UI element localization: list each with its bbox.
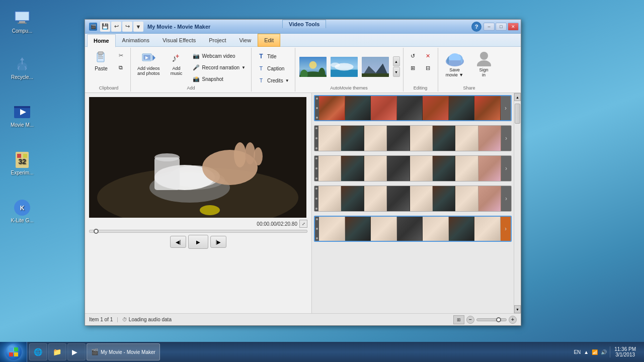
time-text: 00:00.00/02:20.80	[257, 221, 297, 227]
stabilize-button[interactable]: ⊟	[422, 62, 435, 73]
tray-arrow[interactable]: ▲	[584, 349, 589, 355]
copy-button[interactable]: ⧉	[114, 62, 127, 73]
status-bar: Item 1 of 1 | ⏱ Loading audio data ⊞ − +	[85, 313, 521, 325]
taskbar-items: 🌐 📁 ▶ 🎬 My Movie - Movie Maker	[27, 342, 570, 362]
prev-frame-button[interactable]: ◀|	[170, 236, 186, 248]
theme-contemporary[interactable]	[298, 56, 328, 78]
remove-button[interactable]: ✕	[422, 50, 435, 61]
help-button[interactable]: ?	[471, 22, 481, 32]
desktop-icon-movie[interactable]: Movie M...	[7, 103, 37, 128]
taskbar-ie[interactable]: 🌐	[29, 343, 47, 360]
clip-arrow-5[interactable]: ›	[501, 217, 511, 241]
recycle-icon	[13, 55, 31, 73]
svg-marker-20	[152, 55, 155, 61]
paste-button[interactable]: Paste	[90, 49, 112, 73]
add-videos-button[interactable]: Add videosand photos	[134, 49, 164, 78]
clip-arrow-4[interactable]: ›	[501, 186, 511, 211]
taskbar-mm-label: My Movie - Movie Maker	[101, 349, 155, 355]
zoom-in-button[interactable]: +	[509, 316, 517, 324]
ribbon-group-editing: ↺ ✕ ⊞ ⊟	[404, 48, 438, 92]
ribbon-group-clipboard: Paste ✂ ⧉ Clipboard	[87, 48, 131, 92]
tab-home[interactable]: Home	[87, 34, 116, 47]
zoom-slider[interactable]	[476, 318, 507, 321]
svg-text:+: +	[176, 53, 179, 60]
tab-visual-effects[interactable]: Visual Effects	[156, 34, 202, 47]
credits-button[interactable]: T Credits ▼	[255, 75, 292, 86]
svg-point-52	[234, 142, 246, 167]
caption-button[interactable]: T Caption	[255, 63, 287, 74]
clip-arrow-1[interactable]: ›	[501, 96, 511, 120]
themes-scroll-down[interactable]: ▼	[393, 67, 400, 77]
play-button[interactable]: ▶	[188, 235, 208, 249]
svg-rect-18	[98, 58, 103, 59]
desktop-icon-klite[interactable]: K K-Lite G...	[7, 199, 37, 223]
ie-icon: 🌐	[34, 348, 42, 356]
clip-strip-1[interactable]: ›	[314, 95, 512, 121]
experimenter-icon: 32	[13, 151, 31, 169]
cut-button[interactable]: ✂	[114, 50, 127, 61]
themes-scroll-up[interactable]: ▲	[393, 56, 400, 66]
scrollbar-thumb[interactable]	[515, 104, 520, 124]
clip-arrow-3[interactable]: ›	[501, 156, 511, 181]
taskbar-media-player[interactable]: ▶	[67, 343, 86, 360]
seek-bar[interactable]	[89, 230, 307, 233]
add-music-button[interactable]: ♪ + Addmusic	[166, 49, 188, 78]
seek-thumb[interactable]	[94, 229, 99, 234]
paste-icon	[94, 51, 108, 65]
clip-strip-2[interactable]: ›	[314, 125, 512, 151]
zoom-out-button[interactable]: −	[466, 316, 474, 324]
qat-dropdown-button[interactable]: ▼	[133, 22, 143, 32]
svg-rect-42	[449, 60, 461, 65]
title-button[interactable]: T Title	[255, 51, 279, 62]
loading-label: Loading audio data	[129, 317, 172, 322]
undo-button[interactable]: ↩	[111, 22, 121, 32]
clip-strip-4[interactable]: ›	[314, 186, 512, 212]
webcam-video-button[interactable]: 📷 Webcam video	[190, 50, 248, 61]
scroll-down-button[interactable]: ▼	[514, 305, 521, 313]
storyboard-view-button[interactable]: ⊞	[453, 315, 464, 324]
taskbar-explorer[interactable]: 📁	[48, 343, 66, 360]
copy-icon: ⧉	[117, 63, 125, 71]
desktop-icon-recycle[interactable]: Recycle...	[7, 55, 37, 80]
clip-marker-1	[315, 96, 319, 120]
tab-edit[interactable]: Edit	[258, 34, 280, 47]
theme-old-age[interactable]	[361, 56, 390, 78]
close-button[interactable]: ✕	[508, 23, 519, 31]
svg-rect-37	[362, 73, 389, 77]
svg-point-44	[477, 60, 491, 66]
svg-rect-3	[18, 23, 27, 24]
scroll-up-button[interactable]: ▲	[514, 93, 521, 101]
sign-in-button[interactable]: Signin	[470, 49, 498, 79]
record-narration-button[interactable]: 🎤 Record narration ▼	[190, 62, 248, 73]
rotate-left-icon: ↺	[409, 52, 417, 60]
scrollbar-track[interactable]	[514, 101, 521, 305]
next-frame-button[interactable]: |▶	[210, 236, 226, 248]
clip-strip-3[interactable]: ›	[314, 155, 512, 182]
credits-label: Credits	[267, 78, 283, 83]
redo-button[interactable]: ↪	[122, 22, 132, 32]
tab-project[interactable]: Project	[202, 34, 232, 47]
clip-arrow-2[interactable]: ›	[501, 126, 511, 151]
desktop-icon-computer[interactable]: Compu...	[7, 9, 37, 34]
tab-animations[interactable]: Animations	[116, 34, 156, 47]
desktop-icon-experimenter[interactable]: 32 Experim...	[7, 151, 37, 175]
maximize-button[interactable]: □	[496, 23, 507, 31]
clip-marker-4	[314, 186, 318, 211]
next-icon: |▶	[216, 239, 221, 245]
save-qat-button[interactable]: 💾	[100, 22, 110, 32]
title-icon: T	[257, 52, 265, 60]
taskbar-movie-maker[interactable]: 🎬 My Movie - Movie Maker	[87, 343, 160, 360]
expand-button[interactable]: ⤢	[299, 220, 307, 228]
timeline-scroll[interactable]: ›	[312, 93, 514, 313]
zoom-slider-thumb[interactable]	[496, 317, 501, 322]
rotate-left-button[interactable]: ↺	[407, 50, 420, 61]
clip-strip-5[interactable]: ›	[314, 216, 512, 242]
crop-button[interactable]: ⊞	[407, 62, 420, 73]
start-button[interactable]	[0, 342, 27, 362]
minimize-button[interactable]: –	[484, 23, 495, 31]
theme-cinematic[interactable]	[330, 56, 359, 78]
snapshot-button[interactable]: 📸 Snapshot	[190, 73, 248, 84]
save-to-cloud-button[interactable]: Savemovie ▼	[441, 49, 468, 79]
tab-view[interactable]: View	[232, 34, 258, 47]
svg-point-54	[254, 147, 263, 165]
